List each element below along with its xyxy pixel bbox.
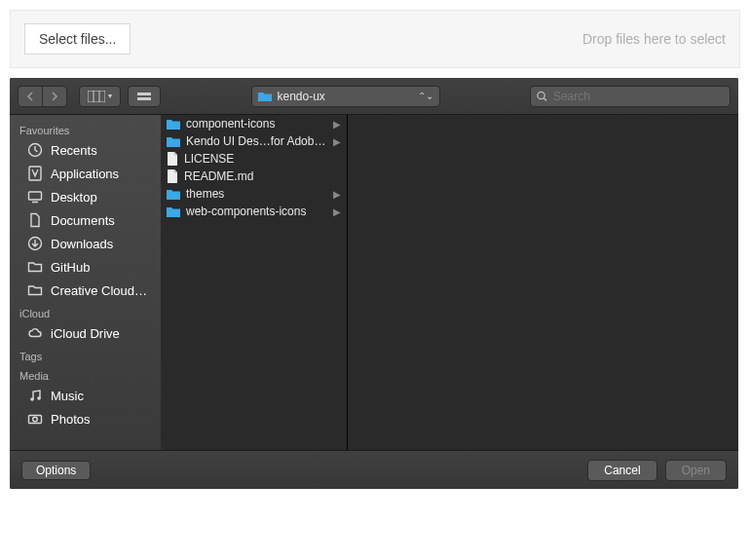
file-column-2[interactable] xyxy=(348,115,738,450)
desktop-icon xyxy=(27,189,43,205)
sidebar-item-label: iCloud Drive xyxy=(51,326,120,341)
svg-point-13 xyxy=(37,396,41,400)
svg-point-12 xyxy=(30,397,34,401)
sidebar-item[interactable]: Photos xyxy=(10,407,161,430)
download-icon xyxy=(27,236,43,251)
folder-icon xyxy=(167,189,180,200)
file-name: LICENSE xyxy=(184,152,341,166)
svg-rect-4 xyxy=(137,97,151,100)
sidebar-item[interactable]: Documents xyxy=(10,208,161,232)
dialog-footer: Options Cancel Open xyxy=(10,450,738,489)
svg-point-5 xyxy=(538,92,544,98)
group-button[interactable] xyxy=(128,86,161,107)
sidebar-section-header: Media xyxy=(10,364,161,384)
chevron-right-icon: ▶ xyxy=(333,119,341,130)
folder-icon xyxy=(167,119,180,130)
sidebar-item[interactable]: Music xyxy=(10,384,161,407)
svg-rect-3 xyxy=(137,93,151,95)
cloud-icon xyxy=(27,325,43,341)
sidebar-item[interactable]: Recents xyxy=(10,138,161,162)
file-name: README.md xyxy=(184,169,341,183)
sidebar-section-header: Favourites xyxy=(10,119,161,138)
folder-icon xyxy=(258,92,272,101)
sidebar-item-label: Recents xyxy=(51,143,97,158)
nav-buttons xyxy=(18,86,67,107)
file-name: web-components-icons xyxy=(186,205,327,218)
file-row[interactable]: Kendo UI Des…for Adobe XD▶ xyxy=(161,132,347,150)
sidebar: FavouritesRecentsApplicationsDesktopDocu… xyxy=(10,115,161,450)
sidebar-item[interactable]: GitHub xyxy=(10,255,161,279)
dropzone-hint: Drop files here to select xyxy=(582,31,726,47)
open-button[interactable]: Open xyxy=(665,460,727,481)
file-row[interactable]: README.md xyxy=(161,168,347,185)
back-button[interactable] xyxy=(18,86,43,107)
sidebar-item[interactable]: Downloads xyxy=(10,232,161,255)
chevron-right-icon: ▶ xyxy=(333,189,341,200)
select-files-button[interactable]: Select files... xyxy=(24,23,131,55)
sidebar-item-label: Applications xyxy=(51,167,119,181)
dialog-body: FavouritesRecentsApplicationsDesktopDocu… xyxy=(10,115,738,450)
search-field[interactable] xyxy=(530,86,731,107)
sidebar-item[interactable]: Applications xyxy=(10,162,161,185)
camera-icon xyxy=(27,411,43,427)
sidebar-item-label: Downloads xyxy=(51,237,113,251)
stack-icon xyxy=(136,91,152,102)
columns-icon xyxy=(88,91,105,102)
file-name: themes xyxy=(186,187,327,201)
chevron-right-icon: ▶ xyxy=(333,136,341,147)
path-dropdown[interactable]: kendo-ux ⌃⌄ xyxy=(251,86,440,107)
chevron-right-icon: ▶ xyxy=(333,206,341,217)
cancel-button[interactable]: Cancel xyxy=(587,460,656,481)
file-row[interactable]: themes▶ xyxy=(161,185,347,203)
file-icon xyxy=(167,169,178,183)
chevron-right-icon xyxy=(51,92,58,101)
svg-point-15 xyxy=(33,417,38,422)
file-row[interactable]: web-components-icons▶ xyxy=(161,203,347,220)
search-input[interactable] xyxy=(553,90,724,103)
file-column-1[interactable]: component-icons▶Kendo UI Des…for Adobe X… xyxy=(161,115,348,450)
sidebar-item[interactable]: Desktop xyxy=(10,185,161,208)
svg-line-6 xyxy=(544,97,546,100)
clock-icon xyxy=(27,142,43,158)
dialog-toolbar: ▾ kendo-ux ⌃⌄ xyxy=(10,78,738,115)
apps-icon xyxy=(27,166,43,181)
sidebar-item-label: Photos xyxy=(51,412,90,427)
sidebar-item[interactable]: Creative Cloud… xyxy=(10,279,161,302)
folder-icon xyxy=(27,259,43,275)
sidebar-item-label: Desktop xyxy=(51,190,97,205)
file-row[interactable]: LICENSE xyxy=(161,150,347,168)
updown-icon: ⌃⌄ xyxy=(418,91,433,101)
search-icon xyxy=(537,91,547,102)
options-button[interactable]: Options xyxy=(21,461,91,480)
folder-icon xyxy=(27,282,43,298)
sidebar-item-label: Creative Cloud… xyxy=(51,283,147,298)
forward-button[interactable] xyxy=(42,86,67,107)
svg-rect-9 xyxy=(29,192,42,200)
sidebar-item[interactable]: iCloud Drive xyxy=(10,321,161,345)
view-mode-button[interactable]: ▾ xyxy=(79,86,121,107)
chevron-down-icon: ▾ xyxy=(108,92,112,100)
file-open-dialog: ▾ kendo-ux ⌃⌄ FavouritesRecentsApplicati… xyxy=(10,78,738,489)
sidebar-item-label: GitHub xyxy=(51,260,90,275)
upload-dropzone[interactable]: Select files... Drop files here to selec… xyxy=(10,10,740,68)
document-icon xyxy=(27,212,43,228)
music-icon xyxy=(27,388,43,403)
folder-icon xyxy=(167,206,180,217)
chevron-left-icon xyxy=(26,92,34,101)
folder-icon xyxy=(167,136,180,147)
file-icon xyxy=(167,152,178,166)
file-name: component-icons xyxy=(186,117,327,131)
sidebar-section-header: iCloud xyxy=(10,302,161,321)
file-name: Kendo UI Des…for Adobe XD xyxy=(186,134,327,148)
sidebar-item-label: Documents xyxy=(51,213,115,228)
svg-rect-0 xyxy=(88,91,105,102)
sidebar-item-label: Music xyxy=(51,389,84,403)
file-row[interactable]: component-icons▶ xyxy=(161,115,347,132)
sidebar-section-header: Tags xyxy=(10,345,161,364)
path-label: kendo-ux xyxy=(278,90,433,103)
